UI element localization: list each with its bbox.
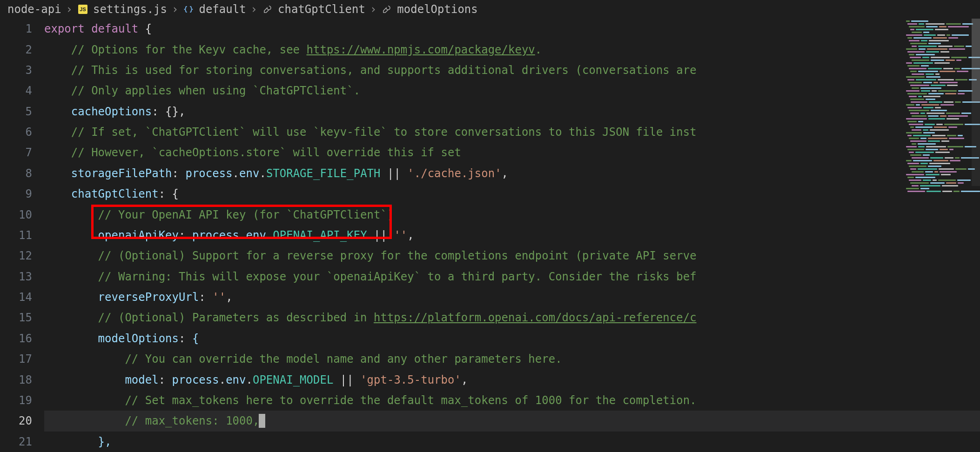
line-number: 12 <box>0 246 32 266</box>
chevron-right-icon: › <box>370 3 376 16</box>
token-property: storageFilePath <box>71 167 172 180</box>
code-line: // (Optional) Support for a reverse prox… <box>44 246 980 266</box>
code-line: cacheOptions: {}, <box>44 101 980 122</box>
line-number: 21 <box>0 432 32 452</box>
property-icon <box>381 4 392 15</box>
token-keyword: export <box>44 22 85 35</box>
breadcrumb-symbol-chatgptclient[interactable]: chatGptClient <box>262 3 365 16</box>
property-icon <box>262 4 273 15</box>
code-line: // This is used for storing conversation… <box>44 60 980 80</box>
code-line: }, <box>44 432 980 452</box>
token-property: model <box>125 373 158 386</box>
breadcrumb-symbol-label: default <box>199 3 246 16</box>
token-comment: // Warning: This will expose your `opena… <box>98 270 697 283</box>
line-number: 1 <box>0 19 32 39</box>
line-number-gutter: 123456789101112131415161718192021 <box>0 19 44 452</box>
token-comment: // Set max_tokens here to override the d… <box>125 394 696 407</box>
token-comment: // You can override the model name and a… <box>125 352 562 366</box>
code-line: // You can override the model name and a… <box>44 349 980 369</box>
js-file-icon: JS <box>77 4 88 15</box>
code-line: modelOptions: { <box>44 328 980 349</box>
line-number: 8 <box>0 163 32 184</box>
vertical-scrollbar[interactable] <box>972 19 980 186</box>
breadcrumb-symbol-label: modelOptions <box>397 3 477 16</box>
line-number: 5 <box>0 101 32 122</box>
token-comment: // This is used for storing conversation… <box>71 64 697 77</box>
code-line: reverseProxyUrl: '', <box>44 287 980 307</box>
line-number: 6 <box>0 122 32 142</box>
token-property: openaiApiKey <box>98 229 179 242</box>
code-line: // If set, `ChatGPTClient` will use `key… <box>44 122 980 142</box>
code-line: // Warning: This will expose your `opena… <box>44 266 980 287</box>
line-number: 4 <box>0 80 32 101</box>
token-property: chatGptClient <box>71 187 159 200</box>
line-number: 20 <box>0 411 32 431</box>
line-number: 11 <box>0 225 32 246</box>
token-property: reverseProxyUrl <box>98 291 199 304</box>
token-keyword: default <box>91 22 138 35</box>
minimap[interactable] <box>902 20 980 204</box>
code-line: storageFilePath: process.env.STORAGE_FIL… <box>44 163 980 184</box>
line-number: 16 <box>0 328 32 349</box>
line-number: 19 <box>0 390 32 411</box>
code-line: // Only applies when using `ChatGPTClien… <box>44 80 980 101</box>
line-number: 7 <box>0 142 32 163</box>
line-number: 15 <box>0 307 32 328</box>
scrollbar-thumb[interactable] <box>972 19 980 102</box>
text-cursor <box>259 414 265 428</box>
code-line: // Your OpenAI API key (for `ChatGPTClie… <box>44 204 980 225</box>
svg-text:JS: JS <box>80 7 86 12</box>
breadcrumb-symbol-default[interactable]: default <box>183 3 246 16</box>
token-comment: // Your OpenAI API key (for `ChatGPTClie… <box>98 208 394 221</box>
code-line: // Set max_tokens here to override the d… <box>44 390 980 411</box>
code-line: export default { <box>44 19 980 39</box>
code-area[interactable]: export default { // Options for the Keyv… <box>44 19 980 452</box>
token-comment: // Only applies when using `ChatGPTClien… <box>71 84 360 97</box>
breadcrumb-symbol-label: chatGptClient <box>278 3 365 16</box>
code-line-current: // max_tokens: 1000, <box>44 411 980 431</box>
line-number: 18 <box>0 369 32 390</box>
breadcrumb-file[interactable]: JS settings.js <box>77 3 167 16</box>
line-number: 13 <box>0 266 32 287</box>
token-property: modelOptions <box>98 332 179 345</box>
line-number: 10 <box>0 204 32 225</box>
breadcrumb-folder[interactable]: node-api <box>7 3 61 16</box>
code-line: // Options for the Keyv cache, see https… <box>44 39 980 60</box>
chevron-right-icon: › <box>66 3 73 16</box>
line-number: 2 <box>0 39 32 60</box>
breadcrumb-file-label: settings.js <box>93 3 167 16</box>
module-icon <box>183 4 194 15</box>
link[interactable]: https://platform.openai.com/docs/api-ref… <box>374 311 697 324</box>
breadcrumb-folder-label: node-api <box>7 3 61 16</box>
breadcrumb-symbol-modeloptions[interactable]: modelOptions <box>381 3 477 16</box>
breadcrumb: node-api › JS settings.js › default › ch… <box>0 0 980 19</box>
chevron-right-icon: › <box>251 3 257 16</box>
token-comment: // max_tokens: 1000, <box>125 414 259 427</box>
line-number: 3 <box>0 60 32 80</box>
chevron-right-icon: › <box>172 3 178 16</box>
token-comment: // If set, `ChatGPTClient` will use `key… <box>71 126 697 139</box>
token-comment: // Options for the Keyv cache, see <box>71 43 307 56</box>
code-line: chatGptClient: { <box>44 184 980 204</box>
token-comment: // (Optional) Parameters as described in <box>98 311 374 324</box>
token-comment: // (Optional) Support for a reverse prox… <box>98 249 697 262</box>
token-punct: { <box>138 22 152 35</box>
code-line: openaiApiKey: process.env.OPENAI_API_KEY… <box>44 225 980 246</box>
code-line: // However, `cacheOptions.store` will ov… <box>44 142 980 163</box>
token-comment: // However, `cacheOptions.store` will ov… <box>71 146 461 159</box>
line-number: 14 <box>0 287 32 307</box>
token-property: cacheOptions <box>71 105 152 118</box>
code-editor[interactable]: 123456789101112131415161718192021 export… <box>0 19 980 452</box>
line-number: 17 <box>0 349 32 369</box>
code-line: // (Optional) Parameters as described in… <box>44 307 980 328</box>
line-number: 9 <box>0 184 32 204</box>
link[interactable]: https://www.npmjs.com/package/keyv <box>307 43 535 56</box>
code-line: model: process.env.OPENAI_MODEL || 'gpt-… <box>44 369 980 390</box>
